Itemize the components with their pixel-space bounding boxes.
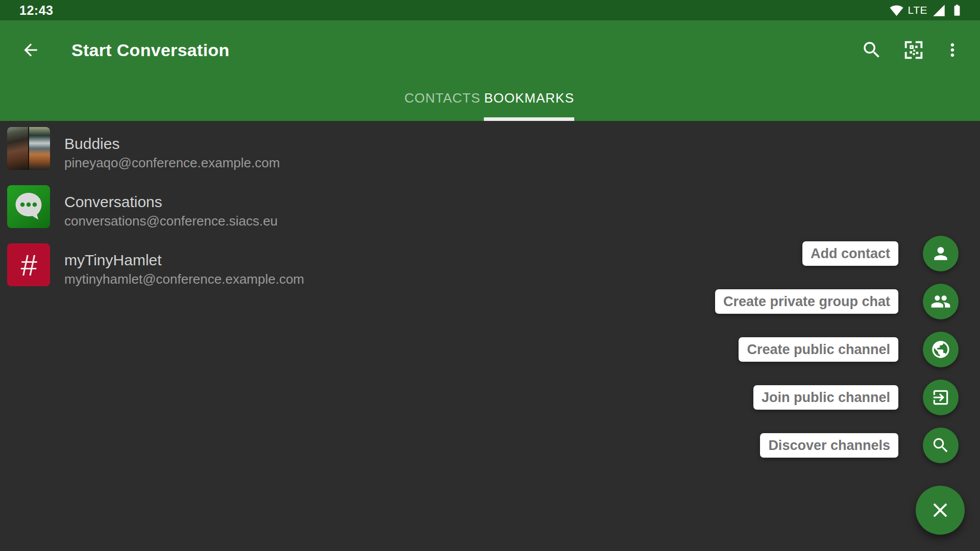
create-public-channel-label[interactable]: Create public channel bbox=[739, 337, 898, 362]
search-icon bbox=[931, 436, 950, 455]
arrow-back-icon bbox=[21, 40, 40, 60]
close-icon bbox=[928, 498, 952, 522]
bookmark-row-buddies[interactable]: Buddies pineyaqo@conference.example.com bbox=[0, 121, 980, 179]
search-button[interactable] bbox=[861, 39, 883, 61]
tab-bookmarks-label: BOOKMARKS bbox=[484, 90, 574, 106]
fab-menu-row-discover: Discover channels bbox=[760, 428, 959, 463]
join-public-channel-button[interactable] bbox=[923, 380, 959, 415]
page-title: Start Conversation bbox=[71, 40, 230, 60]
avatar: # bbox=[7, 243, 50, 286]
tab-contacts[interactable]: CONTACTS bbox=[401, 82, 484, 121]
avatar-photo-right bbox=[29, 127, 50, 170]
fab-menu-row-add-contact: Add contact bbox=[802, 236, 959, 271]
fab-menu-row-join-channel: Join public channel bbox=[753, 380, 959, 415]
speech-bubble-icon bbox=[11, 189, 46, 224]
bookmark-jid: conversations@conference.siacs.eu bbox=[64, 212, 278, 230]
tab-bar: CONTACTS BOOKMARKS bbox=[401, 82, 574, 121]
status-bar: 12:43 LTE bbox=[0, 0, 980, 20]
search-icon bbox=[861, 39, 883, 61]
add-contact-button[interactable] bbox=[923, 236, 959, 271]
more-vert-icon bbox=[942, 40, 963, 60]
bookmark-text: myTinyHamlet mytinyhamlet@conference.exa… bbox=[64, 251, 304, 288]
bookmark-name: Buddies bbox=[64, 134, 280, 154]
group-icon bbox=[930, 291, 951, 312]
fab-menu-row-public-channel: Create public channel bbox=[739, 332, 959, 367]
fab-menu-row-private-group: Create private group chat bbox=[715, 284, 959, 319]
avatar-photo-left bbox=[7, 127, 28, 170]
scan-qr-button[interactable] bbox=[902, 39, 925, 61]
bookmark-jid: pineyaqo@conference.example.com bbox=[64, 154, 280, 172]
app-bar: Start Conversation CONTACTS BOOKMARKS bbox=[0, 20, 980, 121]
bookmark-text: Buddies pineyaqo@conference.example.com bbox=[64, 134, 280, 172]
discover-channels-label[interactable]: Discover channels bbox=[760, 433, 898, 458]
bookmark-row-conversations[interactable]: Conversations conversations@conference.s… bbox=[0, 179, 980, 237]
globe-icon bbox=[930, 339, 951, 360]
status-icons: LTE bbox=[890, 0, 964, 20]
bookmark-text: Conversations conversations@conference.s… bbox=[64, 192, 278, 230]
tab-bookmarks[interactable]: BOOKMARKS bbox=[484, 82, 574, 121]
discover-channels-button[interactable] bbox=[923, 428, 959, 463]
person-icon bbox=[931, 244, 950, 263]
enter-icon bbox=[931, 388, 950, 407]
bookmark-name: myTinyHamlet bbox=[64, 251, 304, 270]
fab-close-button[interactable] bbox=[916, 486, 965, 535]
add-contact-label[interactable]: Add contact bbox=[802, 241, 898, 266]
hash-glyph: # bbox=[20, 248, 37, 282]
active-tab-indicator bbox=[484, 117, 574, 121]
join-public-channel-label[interactable]: Join public channel bbox=[753, 385, 898, 410]
avatar bbox=[7, 185, 50, 228]
overflow-menu-button[interactable] bbox=[941, 39, 964, 61]
back-button[interactable] bbox=[19, 39, 42, 61]
avatar bbox=[7, 127, 50, 170]
cellular-signal-icon bbox=[932, 4, 946, 17]
battery-icon bbox=[950, 4, 964, 17]
qr-code-scan-icon bbox=[902, 38, 925, 62]
wifi-icon bbox=[890, 4, 903, 17]
create-private-group-chat-button[interactable] bbox=[923, 284, 959, 319]
create-public-channel-button[interactable] bbox=[923, 332, 959, 367]
bookmark-name: Conversations bbox=[64, 192, 278, 212]
create-private-group-chat-label[interactable]: Create private group chat bbox=[715, 289, 898, 314]
bookmark-jid: mytinyhamlet@conference.example.com bbox=[64, 270, 304, 288]
network-type-label: LTE bbox=[908, 4, 927, 16]
clock: 12:43 bbox=[19, 0, 53, 20]
